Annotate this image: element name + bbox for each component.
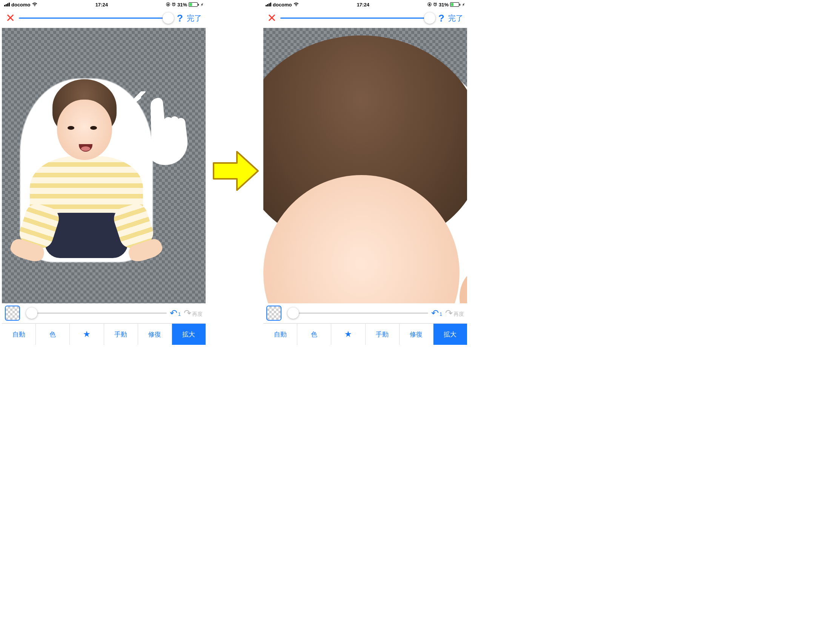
slider-thumb[interactable]: [163, 13, 174, 24]
status-left: docomo: [266, 2, 299, 8]
tab-manual[interactable]: 手動: [104, 324, 138, 345]
edit-canvas[interactable]: [263, 28, 467, 303]
status-right: 31% ⚡︎: [428, 2, 465, 8]
alarm-icon: [172, 2, 176, 8]
charging-icon: ⚡︎: [201, 3, 203, 7]
battery-icon: [450, 2, 460, 7]
undo-icon: ↶: [170, 309, 177, 318]
wifi-icon: [293, 2, 299, 8]
status-left: docomo: [4, 2, 37, 8]
status-bar: docomo 17:24 31% ⚡︎: [263, 0, 467, 8]
close-button[interactable]: ✕: [6, 13, 15, 24]
redo-label: 再度: [453, 311, 464, 318]
status-time: 17:24: [95, 2, 108, 8]
slider-track: [19, 18, 173, 19]
wifi-icon: [32, 2, 37, 8]
slider-thumb[interactable]: [424, 13, 436, 24]
alarm-icon: [433, 2, 437, 8]
battery-pct: 31%: [177, 2, 187, 8]
bottom-tabs: 自動 色 ★ 手動 修復 拡大: [263, 323, 467, 345]
edit-canvas[interactable]: [2, 28, 206, 303]
transition-arrow-icon: [211, 146, 260, 195]
redo-icon: ↷: [184, 309, 191, 318]
brush-track: [33, 313, 167, 314]
carrier-label: docomo: [11, 2, 30, 8]
background-preview-button[interactable]: [5, 305, 20, 321]
control-strip: ↶ 1 ↷ 再度: [263, 303, 467, 323]
redo-button: ↷ 再度: [445, 309, 464, 318]
background-preview-button[interactable]: [266, 305, 282, 321]
control-strip: ↶ 1 ↷ 再度: [2, 303, 206, 323]
signal-icon: [266, 3, 271, 6]
tab-auto[interactable]: 自動: [2, 324, 36, 345]
charging-icon: ⚡︎: [462, 3, 465, 7]
tab-zoom[interactable]: 拡大: [434, 324, 467, 345]
tab-repair[interactable]: 修復: [399, 324, 434, 345]
tab-color[interactable]: 色: [297, 324, 331, 345]
done-button[interactable]: 完了: [187, 13, 202, 24]
status-time: 17:24: [357, 2, 369, 8]
slider-track: [280, 18, 435, 19]
tab-manual[interactable]: 手動: [366, 324, 399, 345]
redo-button: ↷ 再度: [184, 309, 203, 318]
status-right: 31% ⚡︎: [166, 2, 203, 8]
top-toolbar: ✕ ? 完了: [263, 8, 467, 28]
subject-cutout-zoomed: [263, 51, 467, 303]
tab-zoom[interactable]: 拡大: [172, 324, 206, 345]
brush-size-slider[interactable]: [285, 307, 428, 319]
battery-pct: 31%: [439, 2, 448, 8]
redo-icon: ↷: [445, 309, 453, 318]
tab-star[interactable]: ★: [331, 324, 365, 345]
phone-screenshot-after: docomo 17:24 31% ⚡︎ ✕: [263, 0, 467, 345]
top-toolbar: ✕ ? 完了: [2, 8, 206, 28]
pinch-zoom-hint-icon: [117, 91, 193, 174]
tab-color[interactable]: 色: [36, 324, 70, 345]
brush-size-slider[interactable]: [23, 307, 167, 319]
carrier-label: docomo: [273, 2, 292, 8]
help-button[interactable]: ?: [439, 13, 444, 24]
close-button[interactable]: ✕: [267, 13, 277, 24]
phone-screenshot-before: docomo 17:24 31% ⚡︎ ✕: [2, 0, 206, 345]
undo-count: 1: [440, 312, 442, 317]
brush-thumb[interactable]: [26, 307, 37, 319]
undo-icon: ↶: [431, 309, 439, 318]
bottom-tabs: 自動 色 ★ 手動 修復 拡大: [2, 323, 206, 345]
brush-track: [294, 313, 428, 314]
tab-auto[interactable]: 自動: [263, 324, 297, 345]
battery-icon: [188, 2, 199, 7]
tab-repair[interactable]: 修復: [138, 324, 172, 345]
help-button[interactable]: ?: [177, 13, 183, 24]
signal-icon: [4, 3, 10, 6]
status-bar: docomo 17:24 31% ⚡︎: [2, 0, 206, 8]
tab-star[interactable]: ★: [70, 324, 104, 345]
comparison-stage: docomo 17:24 31% ⚡︎ ✕: [0, 0, 830, 644]
undo-button[interactable]: ↶ 1: [170, 309, 181, 318]
done-button[interactable]: 完了: [448, 13, 463, 24]
undo-button[interactable]: ↶ 1: [431, 309, 442, 318]
brush-thumb[interactable]: [287, 307, 299, 319]
threshold-slider[interactable]: [280, 13, 435, 24]
lock-icon: [428, 2, 432, 8]
undo-count: 1: [178, 312, 181, 317]
threshold-slider[interactable]: [19, 13, 173, 24]
lock-icon: [166, 2, 170, 8]
redo-label: 再度: [192, 311, 203, 318]
